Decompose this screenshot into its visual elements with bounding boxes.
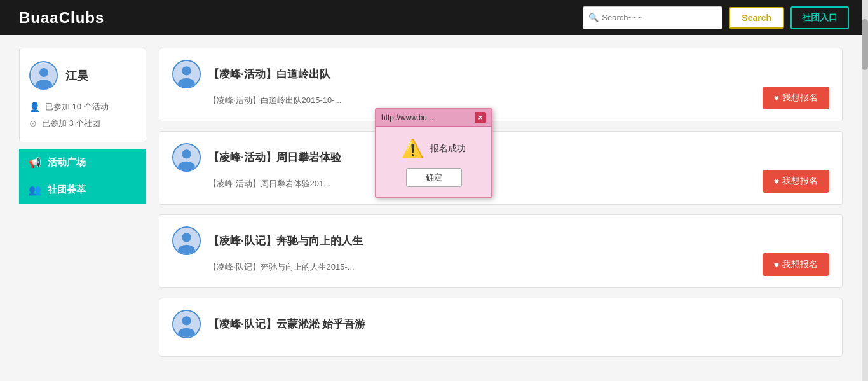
svg-point-1 (39, 68, 48, 77)
scrollbar-thumb[interactable] (862, 19, 868, 70)
activity-header-1: 【凌峰·活动】白道岭出队 (172, 60, 829, 88)
dialog-message: 报名成功 (430, 143, 466, 155)
search-box: 🔍 (583, 6, 722, 29)
nav-item-activity[interactable]: 📢 活动广场 (19, 149, 146, 176)
nav-item-clubs[interactable]: 👥 社团荟萃 (19, 176, 146, 204)
dialog-content: ⚠️ 报名成功 (402, 138, 466, 159)
svg-point-7 (182, 149, 191, 158)
register-btn-3[interactable]: ♥ 我想报名 (763, 253, 829, 276)
header: BuaaClubs 🔍 Search 社团入口 (0, 0, 868, 35)
megaphone-icon: 📢 (29, 156, 41, 169)
heart-icon-3: ♥ (774, 260, 779, 270)
main-content: 江昊 👤 已参加 10 个活动 ⊙ 已参加 3 个社团 📢 活动广场 👥 (0, 35, 862, 379)
stat-activities: 👤 已参加 10 个活动 (29, 101, 136, 113)
activity-header-3: 【凌峰·队记】奔驰与向上的人生 (172, 226, 829, 255)
dialog: http://www.bu... × ⚠️ 报名成功 确定 (375, 108, 492, 198)
people-icon: 👥 (29, 184, 41, 196)
activity-card-4: 【凌峰·队记】云蒙淞淞 始乎吾游 (159, 298, 843, 357)
dialog-titlebar: http://www.bu... × (376, 109, 491, 127)
heart-icon-2: ♥ (774, 176, 779, 186)
activity-card-1: 【凌峰·活动】白道岭出队 【凌峰·活动】白道岭出队2015-10-... ♥ 我… (159, 48, 843, 121)
activity-title-3: 【凌峰·队记】奔驰与向上的人生 (208, 233, 363, 248)
activity-desc-2: 【凌峰·活动】周日攀岩体验201... (172, 178, 829, 190)
register-btn-1[interactable]: ♥ 我想报名 (763, 87, 829, 109)
group-icon: ⊙ (29, 118, 37, 128)
scrollbar[interactable] (862, 0, 868, 381)
search-button[interactable]: Search (729, 7, 784, 29)
profile-card: 江昊 👤 已参加 10 个活动 ⊙ 已参加 3 个社团 (19, 48, 146, 142)
search-icon: 🔍 (588, 13, 599, 22)
activity-title-4: 【凌峰·队记】云蒙淞淞 始乎吾游 (208, 317, 365, 331)
club-avatar-4 (172, 310, 201, 338)
club-avatar-3 (172, 226, 201, 255)
profile-header: 江昊 (29, 61, 136, 90)
header-right: 🔍 Search 社团入口 (583, 6, 849, 29)
dialog-url: http://www.bu... (381, 113, 433, 122)
dialog-body: ⚠️ 报名成功 确定 (376, 127, 491, 197)
stat-clubs-text: 已参加 3 个社团 (42, 118, 100, 129)
activity-title-2: 【凌峰·活动】周日攀岩体验 (208, 150, 341, 165)
register-label-1: 我想报名 (782, 92, 818, 104)
dialog-ok-button[interactable]: 确定 (406, 168, 462, 187)
stat-activities-text: 已参加 10 个活动 (45, 101, 109, 113)
profile-stats: 👤 已参加 10 个活动 ⊙ 已参加 3 个社团 (29, 101, 136, 129)
nav-label-clubs: 社团荟萃 (48, 184, 86, 196)
nav-menu: 📢 活动广场 👥 社团荟萃 (19, 149, 146, 204)
dialog-close-button[interactable]: × (475, 112, 486, 123)
activity-card-3: 【凌峰·队记】奔驰与向上的人生 【凌峰·队记】奔驰与向上的人生2015-... … (159, 214, 843, 288)
club-avatar-2 (172, 143, 201, 172)
activity-card-2: 【凌峰·活动】周日攀岩体验 【凌峰·活动】周日攀岩体验201... ♥ 我想报名 (159, 131, 843, 205)
stat-clubs: ⊙ 已参加 3 个社团 (29, 118, 136, 129)
activity-desc-3: 【凌峰·队记】奔驰与向上的人生2015-... (172, 261, 829, 273)
svg-point-13 (182, 316, 191, 325)
nav-label-activity: 活动广场 (48, 156, 86, 169)
activity-desc-1: 【凌峰·活动】白道岭出队2015-10-... (172, 95, 829, 106)
activity-header-4: 【凌峰·队记】云蒙淞淞 始乎吾游 (172, 310, 829, 338)
activity-header-2: 【凌峰·活动】周日攀岩体验 (172, 143, 829, 172)
username: 江昊 (65, 68, 88, 83)
heart-icon-1: ♥ (774, 93, 779, 103)
portal-button[interactable]: 社团入口 (790, 6, 849, 29)
sidebar: 江昊 👤 已参加 10 个活动 ⊙ 已参加 3 个社团 📢 活动广场 👥 (19, 48, 146, 366)
logo: BuaaClubs (19, 9, 104, 27)
register-label-2: 我想报名 (782, 176, 818, 187)
avatar (29, 61, 58, 90)
search-input[interactable] (602, 13, 703, 22)
activity-title-1: 【凌峰·活动】白道岭出队 (208, 67, 330, 81)
register-btn-2[interactable]: ♥ 我想报名 (763, 170, 829, 193)
svg-point-10 (182, 233, 191, 242)
person-icon: 👤 (29, 102, 40, 112)
activity-list: 【凌峰·活动】白道岭出队 【凌峰·活动】白道岭出队2015-10-... ♥ 我… (159, 48, 843, 366)
warning-icon: ⚠️ (402, 138, 424, 159)
register-label-3: 我想报名 (782, 259, 818, 270)
club-avatar-1 (172, 60, 201, 88)
svg-point-4 (182, 66, 191, 75)
